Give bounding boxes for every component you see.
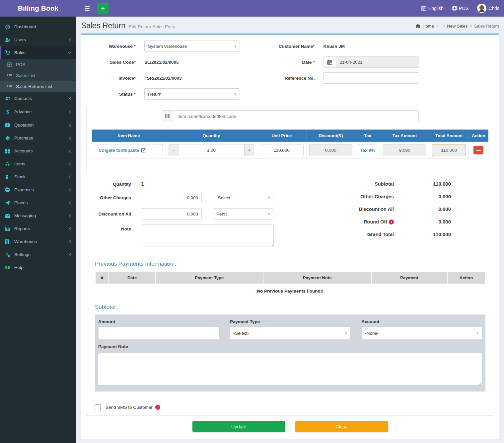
page-subtitle: Edit Return Sales Entry [129,24,175,29]
breadcrumb-home[interactable]: Home [422,24,434,29]
sidebar-item-reports[interactable]: Reports [0,222,76,235]
discount-on-all-input[interactable] [141,208,202,220]
discount-total-label: Discount on All [327,207,394,212]
sidebar-item-quotation[interactable]: Quotation [0,119,76,132]
unit-price-input[interactable] [260,144,304,156]
language-flag-icon [421,6,426,11]
avatar [477,4,486,13]
other-charges-input[interactable] [141,192,202,203]
edit-icon[interactable] [141,148,146,152]
info-icon[interactable]: i [155,405,160,410]
plus-square-outline-icon [7,62,12,67]
quantity-decrease-button[interactable]: − [169,144,178,156]
top-bar: Billing Book ☰ + English POS Chris [0,0,504,17]
pp-col-number: # [95,272,109,284]
grand-total-label: Grand Total [327,232,394,237]
update-button[interactable]: Update [192,421,285,432]
sidebar-item-warehouse[interactable]: Warehouse [0,235,76,248]
sales-code-label: Sales Code* [86,60,144,65]
list-icon [7,74,12,78]
sidebar-item-messaging[interactable]: Messaging [0,209,76,222]
sidebar-item-dashboard[interactable]: Dashboard [0,20,76,33]
total-amount-input [432,144,466,156]
sidebar-item-settings[interactable]: Settings [0,248,76,261]
item-name-link[interactable]: Colgate toothpaste [99,148,139,153]
quantity-increase-button[interactable]: + [245,144,254,156]
sidebar-item-help[interactable]: Help [0,261,76,274]
sidebar-item-places[interactable]: Places [0,196,76,209]
quantity-input[interactable] [178,144,245,156]
note-textarea[interactable] [141,224,274,246]
bar-chart-icon [5,226,10,231]
send-sms-checkbox[interactable] [95,404,101,410]
status-select[interactable]: Return ▾ [144,88,240,100]
box-icon [5,136,10,140]
amount-input[interactable] [98,326,219,340]
subtotal-label: Subtotal [327,181,394,187]
payment-type-select[interactable]: -Select- ▾ [230,326,351,340]
caret-down-icon: ▾ [234,92,236,96]
discount-unit-select[interactable]: Per% ▾ [213,208,273,220]
sidebar-toggle-icon[interactable]: ☰ [81,3,93,14]
date-input[interactable] [336,56,419,68]
reference-input[interactable] [324,72,419,84]
col-unit-price: Unit Price [257,130,306,142]
sidebar-item-items[interactable]: Items [0,157,76,170]
account-label: Account [361,319,482,324]
user-plus-icon [5,38,10,42]
account-select[interactable]: -None- ▾ [361,326,482,340]
info-icon[interactable]: i [389,220,394,224]
warehouse-label: Warehouse * [86,44,144,49]
col-discount: Discount(₹) [306,130,355,142]
caret-down-icon: ▾ [268,212,270,216]
pp-col-date: Date [109,272,155,284]
charges-form: Quantity 1 Other Charges -Select- ▾ Disc… [86,181,327,251]
item-search-input[interactable] [174,110,419,122]
sidebar-item-advance[interactable]: $ Advance [0,105,76,119]
plus-square-icon [452,6,457,11]
sidebar-item-expenses[interactable]: Expenses [0,183,76,196]
note-label: Note [86,224,141,231]
sidebar-item-stock[interactable]: Stock [0,170,76,183]
status-label: Status * [86,92,144,97]
remove-row-button[interactable] [473,146,483,154]
breadcrumb-new-sales[interactable]: New Sales [443,24,468,29]
dollar-icon: $ [5,109,11,115]
sidebar-item-accounts[interactable]: Accounts [0,144,76,157]
user-menu[interactable]: Chris [477,4,499,13]
sidebar-item-pos[interactable]: POS [0,59,76,70]
close-button[interactable]: Close [295,421,388,432]
date-input-group [324,56,419,68]
tax-link[interactable]: Tax 9% [360,148,375,153]
sidebar-item-purchase[interactable]: Purchase [0,132,76,144]
pos-label: POS [459,6,469,11]
page-title: Sales Return [81,21,125,30]
pos-menu[interactable]: POS [452,6,469,11]
sidebar-item-contacts[interactable]: Contacts [0,92,76,105]
table-row: Colgate toothpaste − + [92,142,488,159]
no-payments-message: No Previous Payments Found!! [95,284,485,298]
sidebar-item-sales-list[interactable]: Sales List [0,70,76,81]
sidebar-item-sales-returns-list[interactable]: Sales Returns List [0,81,76,92]
app-brand: Billing Book [0,0,76,17]
breadcrumb-blank [436,24,441,29]
payment-note-textarea[interactable] [98,353,482,385]
sidebar-item-sales[interactable]: Sales [0,46,76,59]
pp-col-payment-type: Payment Type [155,272,263,284]
language-menu[interactable]: English [421,6,444,11]
warehouse-select[interactable]: System Warehouse ▾ [144,41,240,52]
navbar-right: English POS Chris [421,4,499,13]
discount-input [309,144,352,156]
round-off-label: Round Offi [327,219,394,224]
building-icon [5,239,9,244]
col-item-name: Item Name [92,130,166,142]
gears-icon [5,252,10,257]
quick-add-button[interactable]: + [97,3,108,14]
other-charges-select[interactable]: -Select- ▾ [213,192,273,203]
sidebar-item-users[interactable]: Users [0,33,76,46]
totals-summary: Subtotal 110.000 Other Charges 0.000 Dis… [327,181,451,251]
items-panel: Item Name Quantity Unit Price Discount(₹… [86,105,494,173]
item-name-cell: Colgate toothpaste [95,144,163,156]
payment-note-label: Payment Note [98,344,482,349]
date-label: Date * [265,60,324,65]
